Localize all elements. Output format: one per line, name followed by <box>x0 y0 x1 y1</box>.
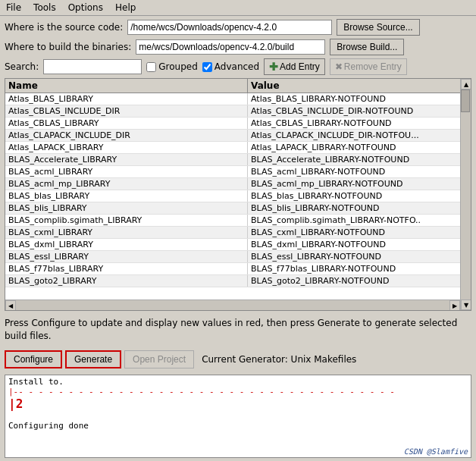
table-cell-value: BLAS_blas_LIBRARY-NOTFOUND <box>248 190 460 202</box>
table-cell-value: BLAS_dxml_LIBRARY-NOTFOUND <box>248 239 460 250</box>
toolbar-row: Search: Grouped Advanced ✚ Add Entry ✖ R… <box>5 58 471 75</box>
table-cell-name: BLAS_f77blas_LIBRARY <box>5 263 248 274</box>
table-cell-name: Atlas_LAPACK_LIBRARY <box>5 142 248 153</box>
hscroll-right-button[interactable]: ▶ <box>449 300 460 310</box>
browse-source-button[interactable]: Browse Source... <box>337 19 419 36</box>
table-cell-value: BLAS_acml_mp_LIBRARY-NOTFOUND <box>248 178 460 190</box>
scroll-track[interactable] <box>461 89 471 299</box>
table-row[interactable]: BLAS_dxml_LIBRARYBLAS_dxml_LIBRARY-NOTFO… <box>5 239 460 251</box>
table-cell-name: Atlas_CBLAS_LIBRARY <box>5 118 248 129</box>
table-cell-value: Atlas_CBLAS_LIBRARY-NOTFOUND <box>248 118 460 129</box>
table-cell-name: BLAS_complib.sgimath_LIBRARY <box>5 215 248 226</box>
table-header: Name Value <box>5 79 460 93</box>
configure-button[interactable]: Configure <box>5 350 62 368</box>
table-cell-value: BLAS_Accelerate_LIBRARY-NOTFOUND <box>248 154 460 165</box>
table-row[interactable]: BLAS_Accelerate_LIBRARYBLAS_Accelerate_L… <box>5 154 460 166</box>
grouped-label[interactable]: Grouped <box>158 61 198 72</box>
scroll-thumb[interactable] <box>461 89 470 112</box>
source-input[interactable] <box>127 20 332 35</box>
table-cell-name: Atlas_CLAPACK_INCLUDE_DIR <box>5 130 248 141</box>
build-row: Where to build the binaries: Browse Buil… <box>5 39 471 55</box>
log-line-install: Install to. <box>8 377 468 387</box>
menu-file[interactable]: File <box>3 2 24 14</box>
table-cell-value: BLAS_complib.sgimath_LIBRARY-NOTFO.. <box>248 215 460 226</box>
table-cell-value: BLAS_goto2_LIBRARY-NOTFOUND <box>248 275 460 287</box>
table-cell-name: BLAS_blis_LIBRARY <box>5 202 248 214</box>
add-entry-button[interactable]: ✚ Add Entry <box>264 58 325 75</box>
log-line-2: |2 <box>8 397 468 411</box>
table-row[interactable]: BLAS_cxml_LIBRARYBLAS_cxml_LIBRARY-NOTFO… <box>5 227 460 239</box>
log-area[interactable]: Install to. |-- - - - - - - - - - - - - … <box>5 375 471 458</box>
search-input[interactable] <box>43 59 142 74</box>
table-cell-name: BLAS_acml_mp_LIBRARY <box>5 178 248 190</box>
horizontal-scrollbar[interactable]: ◀ ▶ <box>5 299 460 310</box>
table-cell-value: BLAS_f77blas_LIBRARY-NOTFOUND <box>248 263 460 274</box>
table-row[interactable]: Atlas_LAPACK_LIBRARYAtlas_LAPACK_LIBRARY… <box>5 142 460 154</box>
status-text: Press Configure to update and display ne… <box>5 314 471 344</box>
vertical-scrollbar[interactable]: ▲ ▼ <box>460 79 471 310</box>
open-project-button[interactable]: Open Project <box>124 350 194 368</box>
hscroll-track[interactable] <box>16 300 449 310</box>
table-cell-name: BLAS_acml_LIBRARY <box>5 166 248 177</box>
col-name-header: Name <box>5 79 248 93</box>
bottom-buttons: Configure Generate Open Project Current … <box>5 347 471 372</box>
source-row: Where is the source code: Browse Source.… <box>5 19 471 36</box>
table-cell-value: BLAS_cxml_LIBRARY-NOTFOUND <box>248 227 460 238</box>
add-entry-label: Add Entry <box>280 61 320 72</box>
col-value-header: Value <box>248 79 460 93</box>
table-row[interactable]: BLAS_complib.sgimath_LIBRARYBLAS_complib… <box>5 215 460 227</box>
generate-button[interactable]: Generate <box>65 350 121 368</box>
hscroll-left-button[interactable]: ◀ <box>5 300 16 310</box>
search-label: Search: <box>5 61 39 72</box>
x-icon: ✖ <box>335 61 343 72</box>
remove-entry-button[interactable]: ✖ Remove Entry <box>330 58 407 75</box>
main-content: Where is the source code: Browse Source.… <box>0 16 476 461</box>
table-row[interactable]: BLAS_goto2_LIBRARYBLAS_goto2_LIBRARY-NOT… <box>5 275 460 287</box>
table-cell-value: BLAS_blis_LIBRARY-NOTFOUND <box>248 202 460 214</box>
scroll-down-button[interactable]: ▼ <box>461 299 471 310</box>
menu-tools[interactable]: Tools <box>30 2 59 14</box>
table-cell-value: BLAS_essl_LIBRARY-NOTFOUND <box>248 251 460 262</box>
table-cell-value: BLAS_acml_LIBRARY-NOTFOUND <box>248 166 460 177</box>
table-row[interactable]: BLAS_f77blas_LIBRARYBLAS_f77blas_LIBRARY… <box>5 263 460 275</box>
table-inner: Name Value Atlas_BLAS_LIBRARYAtlas_BLAS_… <box>5 79 460 310</box>
table-cell-value: Atlas_CLAPACK_INCLUDE_DIR-NOTFOU... <box>248 130 460 141</box>
table-cell-value: Atlas_CBLAS_INCLUDE_DIR-NOTFOUND <box>248 105 460 117</box>
advanced-checkbox[interactable] <box>202 62 212 72</box>
table-cell-name: Atlas_CBLAS_INCLUDE_DIR <box>5 105 248 117</box>
table-row[interactable]: Atlas_BLAS_LIBRARYAtlas_BLAS_LIBRARY-NOT… <box>5 93 460 105</box>
log-dashed-line: |-- - - - - - - - - - - - - - - - - - - … <box>8 387 468 397</box>
build-input[interactable] <box>136 39 325 55</box>
scroll-up-button[interactable]: ▲ <box>461 79 471 89</box>
menu-options[interactable]: Options <box>65 2 106 14</box>
table-cell-value: Atlas_LAPACK_LIBRARY-NOTFOUND <box>248 142 460 153</box>
browse-build-button[interactable]: Browse Build... <box>330 39 404 55</box>
menu-help[interactable]: Help <box>112 2 139 14</box>
table-row[interactable]: BLAS_acml_mp_LIBRARYBLAS_acml_mp_LIBRARY… <box>5 178 460 190</box>
table-row[interactable]: Atlas_CLAPACK_INCLUDE_DIRAtlas_CLAPACK_I… <box>5 130 460 142</box>
table-row[interactable]: Atlas_CBLAS_LIBRARYAtlas_CBLAS_LIBRARY-N… <box>5 118 460 130</box>
table-cell-value: Atlas_BLAS_LIBRARY-NOTFOUND <box>248 93 460 105</box>
log-configuring-done: Configuring done <box>8 421 468 431</box>
advanced-label[interactable]: Advanced <box>215 61 259 72</box>
remove-entry-label: Remove Entry <box>344 61 402 72</box>
entries-table: Name Value Atlas_BLAS_LIBRARYAtlas_BLAS_… <box>5 78 471 311</box>
menubar: File Tools Options Help <box>0 0 476 16</box>
plus-icon: ✚ <box>269 61 278 73</box>
table-cell-name: BLAS_dxml_LIBRARY <box>5 239 248 250</box>
table-cell-name: BLAS_Accelerate_LIBRARY <box>5 154 248 165</box>
table-row[interactable]: BLAS_blis_LIBRARYBLAS_blis_LIBRARY-NOTFO… <box>5 202 460 215</box>
advanced-checkbox-group: Advanced <box>202 61 259 72</box>
table-cell-name: BLAS_goto2_LIBRARY <box>5 275 248 287</box>
build-label: Where to build the binaries: <box>5 42 131 52</box>
table-row[interactable]: BLAS_essl_LIBRARYBLAS_essl_LIBRARY-NOTFO… <box>5 251 460 263</box>
main-window: File Tools Options Help Where is the sou… <box>0 0 476 461</box>
table-cell-name: Atlas_BLAS_LIBRARY <box>5 93 248 105</box>
table-row[interactable]: BLAS_acml_LIBRARYBLAS_acml_LIBRARY-NOTFO… <box>5 166 460 178</box>
table-row[interactable]: Atlas_CBLAS_INCLUDE_DIRAtlas_CBLAS_INCLU… <box>5 105 460 118</box>
table-body[interactable]: Atlas_BLAS_LIBRARYAtlas_BLAS_LIBRARY-NOT… <box>5 93 460 299</box>
log-spacer <box>8 411 468 421</box>
table-cell-name: BLAS_cxml_LIBRARY <box>5 227 248 238</box>
table-row[interactable]: BLAS_blas_LIBRARYBLAS_blas_LIBRARY-NOTFO… <box>5 190 460 202</box>
grouped-checkbox[interactable] <box>146 62 156 72</box>
